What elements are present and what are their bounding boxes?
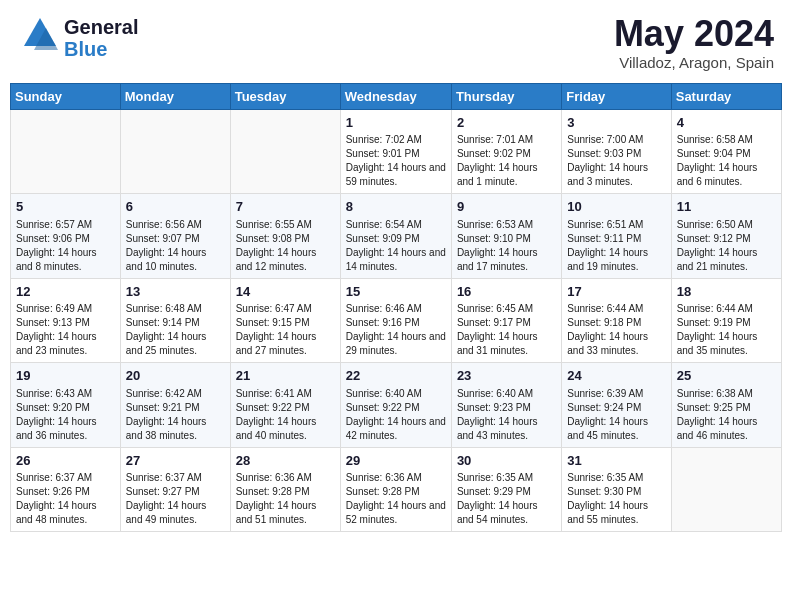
day-number: 23 [457,367,556,385]
day-number: 30 [457,452,556,470]
day-number: 13 [126,283,225,301]
calendar-day-cell: 1Sunrise: 7:02 AMSunset: 9:01 PMDaylight… [340,109,451,194]
day-number: 24 [567,367,665,385]
calendar-header-row: Sunday Monday Tuesday Wednesday Thursday… [11,83,782,109]
calendar-day-cell: 26Sunrise: 6:37 AMSunset: 9:26 PMDayligh… [11,447,121,532]
day-info: Sunrise: 6:46 AMSunset: 9:16 PMDaylight:… [346,302,446,358]
col-wednesday: Wednesday [340,83,451,109]
day-info: Sunrise: 6:36 AMSunset: 9:28 PMDaylight:… [346,471,446,527]
day-info: Sunrise: 7:00 AMSunset: 9:03 PMDaylight:… [567,133,665,189]
col-friday: Friday [562,83,671,109]
day-info: Sunrise: 7:02 AMSunset: 9:01 PMDaylight:… [346,133,446,189]
day-info: Sunrise: 6:37 AMSunset: 9:27 PMDaylight:… [126,471,225,527]
calendar-day-cell: 31Sunrise: 6:35 AMSunset: 9:30 PMDayligh… [562,447,671,532]
day-info: Sunrise: 6:49 AMSunset: 9:13 PMDaylight:… [16,302,115,358]
day-number: 14 [236,283,335,301]
calendar-week-row: 26Sunrise: 6:37 AMSunset: 9:26 PMDayligh… [11,447,782,532]
calendar-day-cell: 19Sunrise: 6:43 AMSunset: 9:20 PMDayligh… [11,363,121,448]
day-info: Sunrise: 6:43 AMSunset: 9:20 PMDaylight:… [16,387,115,443]
calendar-day-cell: 5Sunrise: 6:57 AMSunset: 9:06 PMDaylight… [11,194,121,279]
calendar-day-cell: 27Sunrise: 6:37 AMSunset: 9:27 PMDayligh… [120,447,230,532]
day-info: Sunrise: 6:41 AMSunset: 9:22 PMDaylight:… [236,387,335,443]
calendar-day-cell: 23Sunrise: 6:40 AMSunset: 9:23 PMDayligh… [451,363,561,448]
day-number: 29 [346,452,446,470]
calendar-week-row: 1Sunrise: 7:02 AMSunset: 9:01 PMDaylight… [11,109,782,194]
calendar-day-cell: 28Sunrise: 6:36 AMSunset: 9:28 PMDayligh… [230,447,340,532]
logo: General Blue [18,14,138,62]
day-info: Sunrise: 6:56 AMSunset: 9:07 PMDaylight:… [126,218,225,274]
day-number: 10 [567,198,665,216]
calendar-day-cell [671,447,781,532]
day-number: 27 [126,452,225,470]
day-number: 22 [346,367,446,385]
calendar-day-cell: 13Sunrise: 6:48 AMSunset: 9:14 PMDayligh… [120,278,230,363]
day-info: Sunrise: 6:51 AMSunset: 9:11 PMDaylight:… [567,218,665,274]
day-number: 28 [236,452,335,470]
day-info: Sunrise: 6:45 AMSunset: 9:17 PMDaylight:… [457,302,556,358]
day-info: Sunrise: 6:44 AMSunset: 9:19 PMDaylight:… [677,302,776,358]
day-number: 18 [677,283,776,301]
day-number: 25 [677,367,776,385]
day-number: 12 [16,283,115,301]
calendar-day-cell: 30Sunrise: 6:35 AMSunset: 9:29 PMDayligh… [451,447,561,532]
day-number: 3 [567,114,665,132]
day-number: 17 [567,283,665,301]
calendar-day-cell: 16Sunrise: 6:45 AMSunset: 9:17 PMDayligh… [451,278,561,363]
day-number: 8 [346,198,446,216]
calendar-day-cell: 18Sunrise: 6:44 AMSunset: 9:19 PMDayligh… [671,278,781,363]
day-info: Sunrise: 6:44 AMSunset: 9:18 PMDaylight:… [567,302,665,358]
day-info: Sunrise: 6:35 AMSunset: 9:29 PMDaylight:… [457,471,556,527]
day-info: Sunrise: 6:53 AMSunset: 9:10 PMDaylight:… [457,218,556,274]
day-info: Sunrise: 6:37 AMSunset: 9:26 PMDaylight:… [16,471,115,527]
day-info: Sunrise: 6:48 AMSunset: 9:14 PMDaylight:… [126,302,225,358]
calendar-day-cell: 21Sunrise: 6:41 AMSunset: 9:22 PMDayligh… [230,363,340,448]
day-info: Sunrise: 6:42 AMSunset: 9:21 PMDaylight:… [126,387,225,443]
calendar-day-cell: 17Sunrise: 6:44 AMSunset: 9:18 PMDayligh… [562,278,671,363]
day-info: Sunrise: 7:01 AMSunset: 9:02 PMDaylight:… [457,133,556,189]
day-info: Sunrise: 6:54 AMSunset: 9:09 PMDaylight:… [346,218,446,274]
calendar-day-cell: 10Sunrise: 6:51 AMSunset: 9:11 PMDayligh… [562,194,671,279]
day-info: Sunrise: 6:40 AMSunset: 9:22 PMDaylight:… [346,387,446,443]
calendar-day-cell: 25Sunrise: 6:38 AMSunset: 9:25 PMDayligh… [671,363,781,448]
calendar-day-cell [11,109,121,194]
calendar-day-cell: 12Sunrise: 6:49 AMSunset: 9:13 PMDayligh… [11,278,121,363]
calendar-day-cell: 9Sunrise: 6:53 AMSunset: 9:10 PMDaylight… [451,194,561,279]
calendar-week-row: 12Sunrise: 6:49 AMSunset: 9:13 PMDayligh… [11,278,782,363]
col-tuesday: Tuesday [230,83,340,109]
calendar-week-row: 5Sunrise: 6:57 AMSunset: 9:06 PMDaylight… [11,194,782,279]
calendar-day-cell: 15Sunrise: 6:46 AMSunset: 9:16 PMDayligh… [340,278,451,363]
calendar-day-cell: 29Sunrise: 6:36 AMSunset: 9:28 PMDayligh… [340,447,451,532]
day-number: 2 [457,114,556,132]
day-number: 31 [567,452,665,470]
calendar-day-cell: 14Sunrise: 6:47 AMSunset: 9:15 PMDayligh… [230,278,340,363]
calendar-day-cell: 24Sunrise: 6:39 AMSunset: 9:24 PMDayligh… [562,363,671,448]
day-info: Sunrise: 6:38 AMSunset: 9:25 PMDaylight:… [677,387,776,443]
col-saturday: Saturday [671,83,781,109]
calendar-day-cell: 2Sunrise: 7:01 AMSunset: 9:02 PMDaylight… [451,109,561,194]
calendar-day-cell [120,109,230,194]
day-number: 21 [236,367,335,385]
day-info: Sunrise: 6:57 AMSunset: 9:06 PMDaylight:… [16,218,115,274]
day-number: 4 [677,114,776,132]
day-info: Sunrise: 6:35 AMSunset: 9:30 PMDaylight:… [567,471,665,527]
calendar-day-cell: 7Sunrise: 6:55 AMSunset: 9:08 PMDaylight… [230,194,340,279]
day-info: Sunrise: 6:50 AMSunset: 9:12 PMDaylight:… [677,218,776,274]
calendar-table: Sunday Monday Tuesday Wednesday Thursday… [10,83,782,533]
day-number: 9 [457,198,556,216]
col-thursday: Thursday [451,83,561,109]
day-info: Sunrise: 6:58 AMSunset: 9:04 PMDaylight:… [677,133,776,189]
day-number: 6 [126,198,225,216]
day-number: 16 [457,283,556,301]
logo-blue: Blue [64,38,138,60]
day-number: 19 [16,367,115,385]
month-title: May 2024 [614,14,774,54]
calendar-day-cell: 22Sunrise: 6:40 AMSunset: 9:22 PMDayligh… [340,363,451,448]
title-area: May 2024 Villadoz, Aragon, Spain [614,14,774,71]
day-number: 26 [16,452,115,470]
day-number: 20 [126,367,225,385]
logo-general: General [64,16,138,38]
calendar-day-cell: 6Sunrise: 6:56 AMSunset: 9:07 PMDaylight… [120,194,230,279]
day-info: Sunrise: 6:47 AMSunset: 9:15 PMDaylight:… [236,302,335,358]
logo-icon [18,14,62,58]
location-subtitle: Villadoz, Aragon, Spain [614,54,774,71]
